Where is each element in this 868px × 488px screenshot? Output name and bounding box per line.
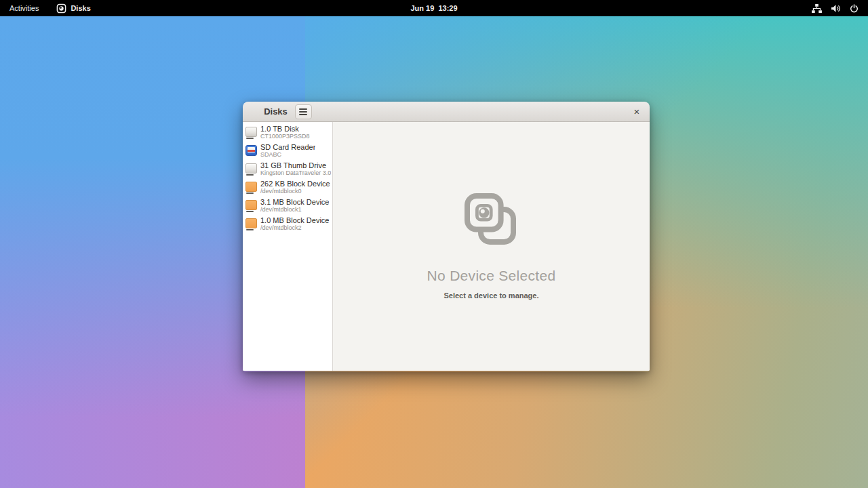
window-body: 1.0 TB Disk CT1000P3PSSD8 SD Card Reader… [243, 122, 650, 371]
device-title: 1.0 TB Disk [260, 125, 310, 133]
device-subtitle: CT1000P3PSSD8 [260, 133, 310, 140]
disks-app-icon [56, 3, 66, 14]
desktop: Activities Disks Jun 19 13:29 [0, 0, 868, 488]
system-status-area[interactable] [812, 4, 868, 13]
empty-state-subtitle: Select a device to manage. [443, 291, 538, 300]
empty-state-title: No Device Selected [427, 268, 556, 284]
device-list-item[interactable]: 31 GB Thumb Drive Kingston DataTraveler … [243, 160, 332, 178]
titlebar-left-section: Disks [243, 104, 333, 119]
thumbdrive-icon [245, 163, 257, 174]
blockdevice-icon [245, 200, 257, 210]
device-subtitle: /dev/mtdblock1 [260, 206, 329, 214]
clock[interactable]: Jun 19 13:29 [410, 4, 457, 12]
network-icon[interactable] [812, 4, 822, 13]
device-title: SD Card Reader [260, 143, 315, 151]
device-subtitle: Kingston DataTraveler 3.0 [260, 169, 331, 177]
disks-large-icon [465, 193, 519, 250]
hamburger-menu-button[interactable] [295, 104, 312, 119]
harddisk-icon [245, 127, 257, 137]
device-list-item[interactable]: 1.0 TB Disk CT1000P3PSSD8 [243, 123, 332, 142]
device-list-item[interactable]: 1.0 MB Block Device /dev/mtdblock2 [243, 215, 332, 233]
sdcard-icon [245, 145, 257, 156]
device-title: 31 GB Thumb Drive [260, 161, 331, 169]
hamburger-menu-icon [299, 108, 307, 110]
device-list-item[interactable]: 3.1 MB Block Device /dev/mtdblock1 [243, 197, 332, 215]
activities-button[interactable]: Activities [9, 4, 39, 12]
focused-app-label: Disks [71, 4, 90, 12]
device-subtitle: SDABC [260, 151, 315, 159]
top-bar-left: Activities Disks [0, 3, 91, 14]
device-subtitle: /dev/mtdblock2 [260, 224, 329, 232]
device-title: 1.0 MB Block Device [260, 216, 329, 224]
device-subtitle: /dev/mtdblock0 [260, 188, 330, 195]
volume-icon[interactable] [831, 4, 841, 13]
device-title: 3.1 MB Block Device [260, 198, 329, 206]
window-title: Disks [264, 106, 288, 117]
device-list-item[interactable]: 262 KB Block Device /dev/mtdblock0 [243, 178, 332, 197]
empty-state-panel: No Device Selected Select a device to ma… [333, 122, 650, 371]
device-list-item[interactable]: SD Card Reader SDABC [243, 142, 332, 160]
power-icon[interactable] [850, 4, 859, 13]
window-titlebar[interactable]: Disks × [243, 102, 650, 122]
blockdevice-icon [245, 182, 257, 192]
device-title: 262 KB Block Device [260, 180, 330, 188]
focused-app-button[interactable]: Disks [56, 3, 90, 14]
blockdevice-icon [245, 218, 257, 228]
gnome-top-bar: Activities Disks Jun 19 13:29 [0, 0, 868, 16]
disks-window: Disks × 1.0 TB Disk CT1000P3PSSD8 SD Car… [243, 102, 650, 371]
device-list: 1.0 TB Disk CT1000P3PSSD8 SD Card Reader… [243, 122, 333, 371]
window-close-button[interactable]: × [628, 102, 646, 121]
